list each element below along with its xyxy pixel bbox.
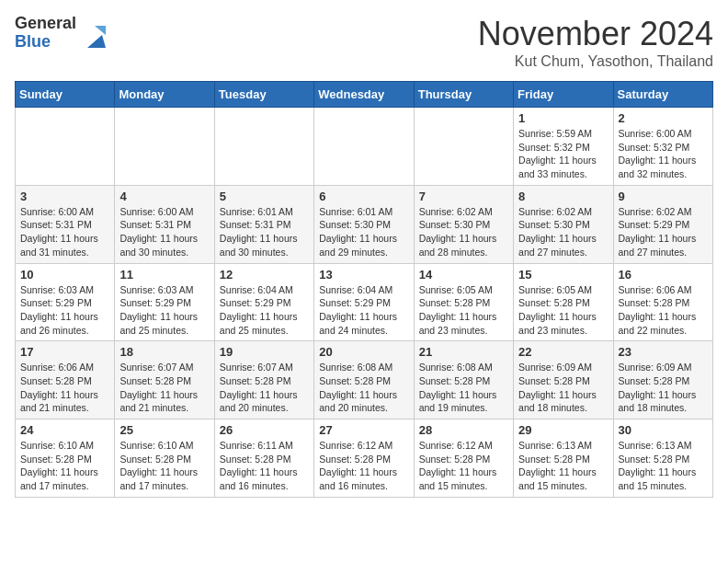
- logo-general-text: General: [15, 15, 76, 33]
- day-info: Sunrise: 6:03 AM Sunset: 5:29 PM Dayligh…: [20, 283, 109, 338]
- calendar-cell: 29Sunrise: 6:13 AM Sunset: 5:28 PM Dayli…: [514, 419, 613, 498]
- calendar-cell: 21Sunrise: 6:08 AM Sunset: 5:28 PM Dayli…: [414, 341, 513, 419]
- calendar-cell: [115, 108, 214, 186]
- calendar-cell: 7Sunrise: 6:02 AM Sunset: 5:30 PM Daylig…: [414, 185, 513, 263]
- day-info: Sunrise: 6:06 AM Sunset: 5:28 PM Dayligh…: [619, 283, 708, 338]
- day-number: 14: [419, 268, 508, 282]
- day-info: Sunrise: 6:08 AM Sunset: 5:28 PM Dayligh…: [419, 361, 508, 415]
- calendar-day-header: Friday: [514, 82, 613, 108]
- day-info: Sunrise: 6:00 AM Sunset: 5:31 PM Dayligh…: [20, 205, 109, 259]
- calendar-day-header: Sunday: [16, 82, 115, 108]
- calendar-cell: 1Sunrise: 5:59 AM Sunset: 5:32 PM Daylig…: [514, 108, 613, 186]
- day-number: 2: [619, 111, 708, 125]
- day-number: 23: [619, 345, 708, 359]
- day-number: 30: [619, 423, 708, 437]
- day-info: Sunrise: 6:02 AM Sunset: 5:30 PM Dayligh…: [518, 205, 608, 259]
- page-header: General Blue November 2024 Kut Chum, Yas…: [15, 15, 713, 70]
- logo-icon: [80, 22, 109, 52]
- day-info: Sunrise: 6:13 AM Sunset: 5:28 PM Dayligh…: [518, 439, 608, 493]
- day-info: Sunrise: 6:00 AM Sunset: 5:31 PM Dayligh…: [119, 205, 209, 259]
- calendar-cell: 20Sunrise: 6:08 AM Sunset: 5:28 PM Dayli…: [314, 341, 414, 419]
- calendar-cell: 10Sunrise: 6:03 AM Sunset: 5:29 PM Dayli…: [16, 263, 115, 341]
- calendar-cell: 25Sunrise: 6:10 AM Sunset: 5:28 PM Dayli…: [115, 419, 214, 498]
- month-title: November 2024: [478, 15, 713, 53]
- day-info: Sunrise: 6:03 AM Sunset: 5:29 PM Dayligh…: [119, 283, 209, 338]
- day-info: Sunrise: 6:10 AM Sunset: 5:28 PM Dayligh…: [20, 439, 109, 493]
- day-number: 21: [419, 345, 508, 359]
- calendar-day-header: Saturday: [613, 82, 712, 108]
- day-info: Sunrise: 6:09 AM Sunset: 5:28 PM Dayligh…: [619, 361, 708, 415]
- calendar-cell: 16Sunrise: 6:06 AM Sunset: 5:28 PM Dayli…: [613, 263, 712, 341]
- calendar-cell: [214, 108, 313, 186]
- title-section: November 2024 Kut Chum, Yasothon, Thaila…: [478, 15, 713, 70]
- calendar-week-row: 24Sunrise: 6:10 AM Sunset: 5:28 PM Dayli…: [16, 419, 713, 498]
- calendar-week-row: 17Sunrise: 6:06 AM Sunset: 5:28 PM Dayli…: [16, 341, 713, 419]
- calendar-cell: 17Sunrise: 6:06 AM Sunset: 5:28 PM Dayli…: [16, 341, 115, 419]
- calendar-cell: [314, 108, 414, 186]
- calendar-cell: 4Sunrise: 6:00 AM Sunset: 5:31 PM Daylig…: [115, 185, 214, 263]
- day-number: 4: [119, 190, 209, 203]
- day-number: 10: [20, 268, 109, 282]
- calendar-day-header: Tuesday: [214, 82, 313, 108]
- calendar-week-row: 10Sunrise: 6:03 AM Sunset: 5:29 PM Dayli…: [16, 263, 713, 341]
- day-info: Sunrise: 6:01 AM Sunset: 5:31 PM Dayligh…: [220, 205, 309, 259]
- day-info: Sunrise: 6:07 AM Sunset: 5:28 PM Dayligh…: [119, 361, 209, 415]
- day-number: 13: [319, 268, 408, 282]
- day-info: Sunrise: 6:08 AM Sunset: 5:28 PM Dayligh…: [319, 361, 408, 415]
- calendar-cell: 26Sunrise: 6:11 AM Sunset: 5:28 PM Dayli…: [214, 419, 313, 498]
- day-number: 24: [20, 423, 109, 437]
- day-info: Sunrise: 6:11 AM Sunset: 5:28 PM Dayligh…: [220, 439, 309, 493]
- day-info: Sunrise: 6:12 AM Sunset: 5:28 PM Dayligh…: [419, 439, 508, 493]
- calendar-header-row: SundayMondayTuesdayWednesdayThursdayFrid…: [16, 82, 713, 108]
- calendar-cell: 28Sunrise: 6:12 AM Sunset: 5:28 PM Dayli…: [414, 419, 513, 498]
- svg-marker-1: [95, 26, 106, 35]
- calendar-cell: 22Sunrise: 6:09 AM Sunset: 5:28 PM Dayli…: [514, 341, 613, 419]
- calendar-cell: 3Sunrise: 6:00 AM Sunset: 5:31 PM Daylig…: [16, 185, 115, 263]
- calendar-cell: 11Sunrise: 6:03 AM Sunset: 5:29 PM Dayli…: [115, 263, 214, 341]
- day-info: Sunrise: 6:02 AM Sunset: 5:29 PM Dayligh…: [619, 205, 708, 259]
- day-info: Sunrise: 6:12 AM Sunset: 5:28 PM Dayligh…: [319, 439, 408, 493]
- day-number: 29: [518, 423, 608, 437]
- day-number: 27: [319, 423, 408, 437]
- day-info: Sunrise: 6:02 AM Sunset: 5:30 PM Dayligh…: [419, 205, 508, 259]
- day-info: Sunrise: 6:04 AM Sunset: 5:29 PM Dayligh…: [220, 283, 309, 338]
- logo: General Blue: [15, 15, 109, 52]
- svg-marker-0: [87, 35, 106, 48]
- calendar-cell: 14Sunrise: 6:05 AM Sunset: 5:28 PM Dayli…: [414, 263, 513, 341]
- calendar-cell: [16, 108, 115, 186]
- day-info: Sunrise: 6:10 AM Sunset: 5:28 PM Dayligh…: [119, 439, 209, 493]
- day-info: Sunrise: 6:06 AM Sunset: 5:28 PM Dayligh…: [20, 361, 109, 415]
- day-number: 17: [20, 345, 109, 359]
- calendar-cell: 18Sunrise: 6:07 AM Sunset: 5:28 PM Dayli…: [115, 341, 214, 419]
- day-info: Sunrise: 6:09 AM Sunset: 5:28 PM Dayligh…: [518, 361, 608, 415]
- calendar-cell: 5Sunrise: 6:01 AM Sunset: 5:31 PM Daylig…: [214, 185, 313, 263]
- day-number: 15: [518, 268, 608, 282]
- calendar-day-header: Thursday: [414, 82, 513, 108]
- day-info: Sunrise: 6:07 AM Sunset: 5:28 PM Dayligh…: [220, 361, 309, 415]
- day-number: 12: [220, 268, 309, 282]
- day-number: 8: [518, 190, 608, 203]
- day-number: 11: [119, 268, 209, 282]
- day-info: Sunrise: 6:13 AM Sunset: 5:28 PM Dayligh…: [619, 439, 708, 493]
- day-info: Sunrise: 6:05 AM Sunset: 5:28 PM Dayligh…: [518, 283, 608, 338]
- day-number: 22: [518, 345, 608, 359]
- calendar-day-header: Wednesday: [314, 82, 414, 108]
- day-number: 6: [319, 190, 408, 203]
- calendar-cell: 19Sunrise: 6:07 AM Sunset: 5:28 PM Dayli…: [214, 341, 313, 419]
- location-title: Kut Chum, Yasothon, Thailand: [478, 53, 713, 70]
- calendar-cell: 30Sunrise: 6:13 AM Sunset: 5:28 PM Dayli…: [613, 419, 712, 498]
- calendar-cell: 12Sunrise: 6:04 AM Sunset: 5:29 PM Dayli…: [214, 263, 313, 341]
- calendar-cell: 24Sunrise: 6:10 AM Sunset: 5:28 PM Dayli…: [16, 419, 115, 498]
- day-number: 1: [518, 111, 608, 125]
- calendar-cell: 2Sunrise: 6:00 AM Sunset: 5:32 PM Daylig…: [613, 108, 712, 186]
- calendar-day-header: Monday: [115, 82, 214, 108]
- calendar-cell: 27Sunrise: 6:12 AM Sunset: 5:28 PM Dayli…: [314, 419, 414, 498]
- day-number: 5: [220, 190, 309, 203]
- calendar-week-row: 1Sunrise: 5:59 AM Sunset: 5:32 PM Daylig…: [16, 108, 713, 186]
- day-info: Sunrise: 6:05 AM Sunset: 5:28 PM Dayligh…: [419, 283, 508, 338]
- day-number: 19: [220, 345, 309, 359]
- calendar-cell: 6Sunrise: 6:01 AM Sunset: 5:30 PM Daylig…: [314, 185, 414, 263]
- calendar-table: SundayMondayTuesdayWednesdayThursdayFrid…: [15, 81, 713, 498]
- day-number: 16: [619, 268, 708, 282]
- day-info: Sunrise: 6:00 AM Sunset: 5:32 PM Dayligh…: [619, 127, 708, 181]
